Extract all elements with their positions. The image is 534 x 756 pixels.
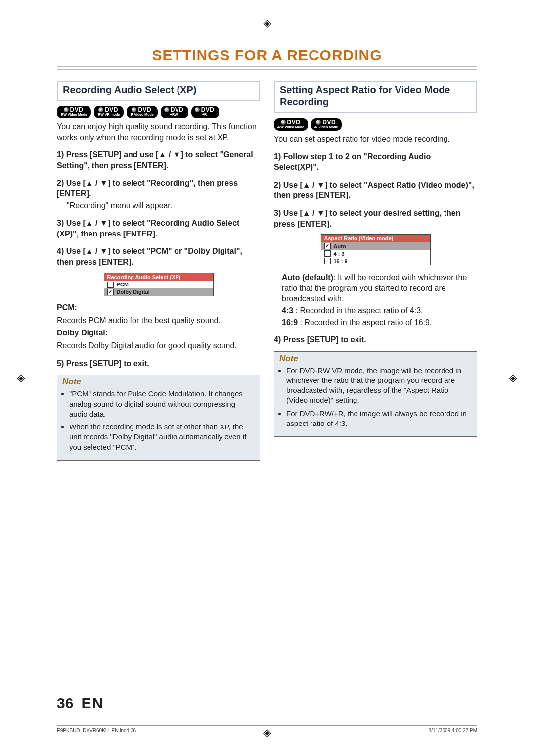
menu-row: PCM: [104, 281, 213, 288]
checkbox-empty-icon: [324, 258, 331, 264]
indd-filename: E9PKBUD_DKVR60KU_EN.indd 36: [57, 728, 136, 733]
checkbox-checked-icon: ✔: [107, 289, 114, 295]
step-left-2-after: "Recording" menu will appear.: [67, 200, 260, 211]
note-box-right: Note For DVD-RW VR mode, the image will …: [274, 351, 477, 437]
disc-icon: DVD-RW Video Mode: [57, 106, 91, 118]
pcm-body: Records PCM audio for the best quality s…: [57, 315, 260, 326]
dolby-heading: Dolby Digital:: [57, 329, 260, 337]
ratio-4-3-row: 4:3 : Recorded in the aspect ratio of 4:…: [282, 305, 477, 316]
disc-icons-left: DVD-RW Video Mode DVD-RW VR mode DVD-R V…: [57, 106, 260, 118]
auto-label: Auto (default): [282, 273, 333, 282]
disc-icon: DVD+R: [191, 106, 219, 118]
note-title: Note: [279, 354, 472, 364]
registration-mark-left: ◈: [17, 372, 25, 384]
page-footer: 36 EN: [57, 695, 477, 711]
step-right-2: 2) Use [▲ / ▼] to select "Aspect Ratio (…: [274, 180, 477, 201]
ratio-4-3-label: 4:3: [282, 306, 293, 315]
section-title-right: Setting Aspect Ratio for Video Mode Reco…: [280, 84, 471, 108]
disc-icon: DVD-R Video Mode: [127, 106, 157, 118]
menu-item-label: 16 : 9: [334, 258, 348, 264]
ratio-4-3-body: : Recorded in the aspect ratio of 4:3.: [296, 306, 423, 315]
note-item: For DVD+RW/+R, the image will always be …: [286, 409, 472, 429]
note-item: For DVD-RW VR mode, the image will be re…: [286, 366, 472, 406]
menu-item-label: Auto: [334, 243, 346, 249]
step-left-3: 3) Use [▲ / ▼] to select "Recording Audi…: [57, 218, 260, 239]
step-left-4: 4) Use [▲ / ▼] to select "PCM" or "Dolby…: [57, 246, 260, 267]
menu-row-selected: ✔ Dolby Digital: [104, 288, 213, 296]
note-list: For DVD-RW VR mode, the image will be re…: [279, 366, 472, 429]
section-header-left: Recording Audio Select (XP): [57, 81, 260, 101]
manual-page: ◈ ◈ ◈ ◈ SETTINGS FOR A RECORDING Recordi…: [0, 0, 534, 756]
print-metadata: E9PKBUD_DKVR60KU_EN.indd 36 8/11/2009 4:…: [57, 725, 477, 733]
crop-guide: [477, 23, 477, 34]
note-box-left: Note "PCM" stands for Pulse Code Modulat…: [57, 375, 260, 461]
disc-icons-right: DVD-RW Video Mode DVD-R Video Mode: [274, 118, 477, 131]
disc-icon: DVD-R Video Mode: [311, 118, 342, 131]
note-list: "PCM" stands for Pulse Code Modulation. …: [62, 389, 255, 452]
step-right-3: 3) Use [▲ / ▼] to select your desired se…: [274, 208, 477, 229]
step-left-5: 5) Press [SETUP] to exit.: [57, 358, 260, 369]
note-item: When the recording mode is set at other …: [69, 422, 255, 452]
print-timestamp: 8/11/2009 4:00:27 PM: [429, 728, 477, 733]
page-title: SETTINGS FOR A RECORDING: [57, 47, 477, 64]
note-item: "PCM" stands for Pulse Code Modulation. …: [69, 389, 255, 419]
checkbox-empty-icon: [107, 282, 114, 288]
crop-guide: [57, 23, 57, 34]
step-left-2: 2) Use [▲ / ▼] to select "Recording", th…: [57, 178, 260, 199]
intro-left: You can enjoy high quality sound recordi…: [57, 121, 260, 142]
disc-icon: DVD-RW VR mode: [94, 106, 124, 118]
menu-item-label: PCM: [117, 282, 129, 287]
step-left-1: 1) Press [SETUP] and use [▲ / ▼] to sele…: [57, 149, 260, 171]
page-number: 36: [57, 695, 73, 711]
menu-row: 4 : 3: [321, 250, 430, 257]
step-right-4: 4) Press [SETUP] to exit.: [274, 334, 477, 345]
menu-header: Recording Audio Select (XP): [104, 273, 213, 281]
checkbox-checked-icon: ✔: [324, 243, 331, 249]
disc-icon: DVD+RW: [161, 106, 188, 118]
ratio-16-9-label: 16:9: [282, 318, 298, 327]
step-right-1: 1) Follow step 1 to 2 on "Recording Audi…: [274, 151, 477, 173]
menu-row: 16 : 9: [321, 257, 430, 265]
disc-icon: DVD-RW Video Mode: [274, 118, 308, 131]
section-header-right: Setting Aspect Ratio for Video Mode Reco…: [274, 81, 477, 113]
pcm-heading: PCM:: [57, 303, 260, 312]
left-column: Recording Audio Select (XP) DVD-RW Video…: [57, 81, 260, 461]
onscreen-menu-right: Aspect Ratio (Video mode) ✔ Auto 4 : 3 1…: [321, 234, 431, 265]
title-rule: [57, 66, 477, 70]
ratio-16-9-body: : Recorded in the aspect ratio of 16:9.: [300, 318, 432, 327]
right-column: Setting Aspect Ratio for Video Mode Reco…: [274, 81, 477, 461]
auto-description: Auto (default): It will be recorded with…: [282, 272, 477, 304]
checkbox-empty-icon: [324, 250, 331, 257]
intro-right: You can set aspect ratio for video mode …: [274, 134, 477, 144]
note-title: Note: [62, 377, 255, 387]
section-title-left: Recording Audio Select (XP): [63, 84, 254, 96]
dolby-body: Records Dolby Digital audio for good qua…: [57, 340, 260, 351]
ratio-16-9-row: 16:9 : Recorded in the aspect ratio of 1…: [282, 317, 477, 328]
registration-mark-right: ◈: [509, 372, 517, 384]
onscreen-menu-left: Recording Audio Select (XP) PCM ✔ Dolby …: [104, 273, 214, 296]
menu-row-selected: ✔ Auto: [321, 242, 430, 250]
menu-item-label: Dolby Digital: [117, 289, 150, 295]
content-columns: Recording Audio Select (XP) DVD-RW Video…: [57, 81, 477, 461]
menu-item-label: 4 : 3: [334, 251, 345, 257]
language-label: EN: [81, 695, 104, 711]
menu-header: Aspect Ratio (Video mode): [321, 235, 430, 242]
registration-mark-top: ◈: [263, 17, 271, 30]
